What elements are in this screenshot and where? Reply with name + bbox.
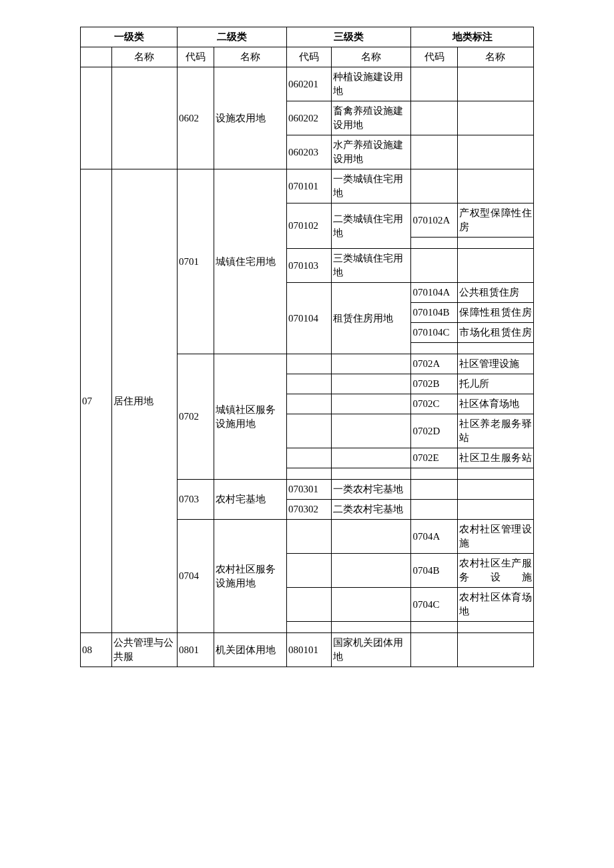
- cell-name3: 水产养殖设施建设用地: [332, 135, 411, 169]
- cell-name2: 农村社区服务设施用地: [214, 520, 287, 633]
- cell-name4: [457, 622, 533, 633]
- cell-name4: 保障性租赁住房: [457, 303, 533, 323]
- cell-code4: 0702B: [411, 374, 457, 394]
- cell-name3: 一类农村宅基地: [332, 480, 411, 500]
- hdr-lvl1: 一级类: [81, 27, 178, 47]
- cell-name3: 二类城镇住宅用地: [332, 203, 411, 249]
- cell-code4: [411, 500, 457, 520]
- header-row-2: 名称 代码 名称 代码 名称 代码 名称: [81, 47, 534, 67]
- cell-code3: [286, 354, 331, 374]
- cell-name3: 三类城镇住宅用地: [332, 249, 411, 283]
- cell-name4: 社区卫生服务站: [457, 448, 533, 468]
- cell-name4: [457, 343, 533, 354]
- cell-name4: 托儿所: [457, 374, 533, 394]
- cell-code4: 0704C: [411, 588, 457, 622]
- cell-code3: [286, 468, 331, 480]
- cell-name3: [332, 448, 411, 468]
- hdr-lvl4: 地类标注: [411, 27, 534, 47]
- cell-name1: 居住用地: [111, 169, 177, 633]
- cell-code4: [411, 622, 457, 633]
- cell-code2: 0701: [178, 169, 214, 354]
- cell-code4: [411, 343, 457, 354]
- cell-code4: [411, 468, 457, 480]
- table-row: 08 公共管理与公共服 0801 机关团体用地 080101 国家机关团体用地: [81, 633, 534, 667]
- cell-code3: 070102: [286, 203, 331, 249]
- cell-code3: [286, 374, 331, 394]
- cell-name4: 农村社区体育场地: [457, 588, 533, 622]
- cell-code3: [286, 414, 331, 448]
- cell-name4: [457, 500, 533, 520]
- sub-code1: [81, 47, 112, 67]
- cell-name4: [457, 135, 533, 169]
- cell-name3: 畜禽养殖设施建设用地: [332, 101, 411, 135]
- cell-name3: [332, 354, 411, 374]
- cell-name4: 公共租赁住房: [457, 283, 533, 303]
- cell-code4: 0704B: [411, 554, 457, 588]
- cell-code3: 070104: [286, 283, 331, 354]
- cell-name4: [457, 480, 533, 500]
- cell-name2: 机关团体用地: [214, 633, 287, 667]
- cell-code4: 070104B: [411, 303, 457, 323]
- cell-name4: 社区管理设施: [457, 354, 533, 374]
- cell-code3: 060201: [286, 67, 331, 101]
- table-row: 07 居住用地 0701 城镇住宅用地 070101 一类城镇住宅用地: [81, 169, 534, 203]
- cell-code4: 0702E: [411, 448, 457, 468]
- cell-code3: 060203: [286, 135, 331, 169]
- cell-code3: [286, 588, 331, 622]
- cell-name3: [332, 394, 411, 414]
- sub-name3: 名称: [332, 47, 411, 67]
- sub-name2: 名称: [214, 47, 287, 67]
- cell-code4: 070104A: [411, 283, 457, 303]
- cell-code3: [286, 622, 331, 633]
- cell-name3: [332, 554, 411, 588]
- cell-name4: 社区养老服务驿站: [457, 414, 533, 448]
- cell-code4: [411, 101, 457, 135]
- cell-code3: [286, 394, 331, 414]
- cell-name3: [332, 374, 411, 394]
- cell-code4: [411, 633, 457, 667]
- cell-code4: [411, 249, 457, 283]
- cell-name4: 产权型保障性住房: [457, 203, 533, 238]
- sub-code3: 代码: [286, 47, 331, 67]
- cell-code4: [411, 67, 457, 101]
- cell-code4: 0702A: [411, 354, 457, 374]
- sub-code2: 代码: [178, 47, 214, 67]
- cell-code2: 0704: [178, 520, 214, 633]
- classification-table: 一级类 二级类 三级类 地类标注 名称 代码 名称 代码 名称 代码 名称 06…: [80, 27, 534, 667]
- cell-name4: [457, 249, 533, 283]
- cell-code3: 070302: [286, 500, 331, 520]
- cell-code4: 070102A: [411, 203, 457, 238]
- cell-code1: 08: [81, 633, 112, 667]
- cell-name2: 农村宅基地: [214, 480, 287, 520]
- cell-name4: [457, 633, 533, 667]
- cell-code3: 080101: [286, 633, 331, 667]
- sub-name4: 名称: [457, 47, 533, 67]
- cell-name3: 国家机关团体用地: [332, 633, 411, 667]
- cell-code3: [286, 520, 331, 554]
- cell-code2: 0801: [178, 633, 214, 667]
- cell-name4: [457, 101, 533, 135]
- cell-code1: [81, 67, 112, 169]
- cell-code3: [286, 448, 331, 468]
- cell-name2: 城镇社区服务设施用地: [214, 354, 287, 480]
- cell-code4: 0704A: [411, 520, 457, 554]
- cell-name3: [332, 520, 411, 554]
- cell-name4: [457, 67, 533, 101]
- cell-code4: [411, 238, 457, 249]
- cell-name3: 租赁住房用地: [332, 283, 411, 354]
- cell-name4: [457, 468, 533, 480]
- cell-code2: 0702: [178, 354, 214, 480]
- cell-code4: [411, 135, 457, 169]
- cell-name3: 二类农村宅基地: [332, 500, 411, 520]
- cell-name1: 公共管理与公共服: [111, 633, 177, 667]
- cell-code3: [286, 554, 331, 588]
- cell-name4: 农村社区生产服务设施: [457, 554, 533, 588]
- cell-code4: 070104C: [411, 323, 457, 343]
- cell-name1: [111, 67, 177, 169]
- header-row-1: 一级类 二级类 三级类 地类标注: [81, 27, 534, 47]
- cell-name4: [457, 169, 533, 203]
- cell-name4: 农村社区管理设施: [457, 520, 533, 554]
- hdr-lvl3: 三级类: [286, 27, 411, 47]
- cell-code3: 070103: [286, 249, 331, 283]
- cell-code2: 0703: [178, 480, 214, 520]
